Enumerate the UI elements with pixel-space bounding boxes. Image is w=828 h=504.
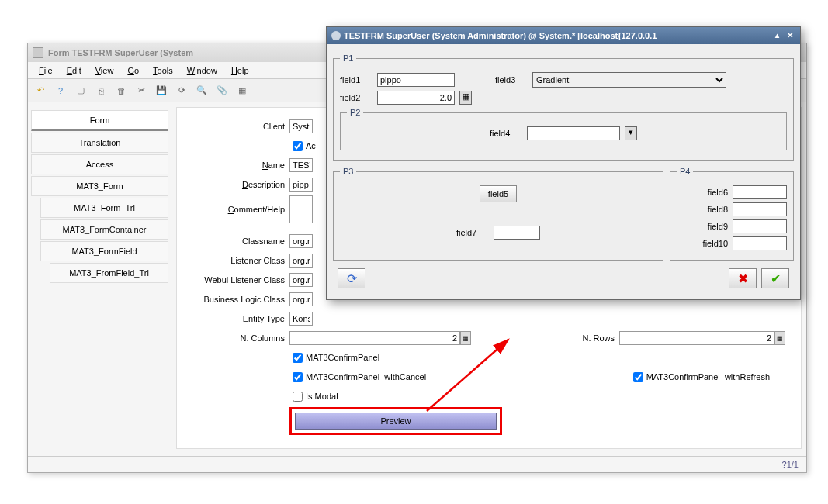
tab-form[interactable]: Form <box>31 110 168 131</box>
dialog-title: TESTFRM SuperUser (System Administrator)… <box>344 31 657 40</box>
tab-mat3-formcontainer[interactable]: MAT3_FormContainer <box>40 219 168 240</box>
biz-field[interactable] <box>289 292 313 306</box>
tab-access[interactable]: Access <box>31 154 168 174</box>
grid-icon[interactable]: ▦ <box>234 83 250 98</box>
tab-mat3-fromfield-trl[interactable]: MAT3_FromField_Trl <box>50 263 168 283</box>
ncols-label: N. Columns <box>185 333 289 343</box>
new-icon[interactable]: ▢ <box>73 83 88 98</box>
close-icon[interactable]: ✕ <box>785 30 795 41</box>
cancel-button[interactable]: ✖ <box>729 268 757 288</box>
field7-label: field7 <box>456 228 489 237</box>
menu-window[interactable]: Window <box>181 64 223 77</box>
record-count: ?1/1 <box>782 460 799 469</box>
fieldset-p4: P4 field6 field8 field9 field10 <box>670 167 794 261</box>
dialog-titlebar[interactable]: TESTFRM SuperUser (System Administrator)… <box>327 27 800 44</box>
field9-input[interactable] <box>733 219 787 233</box>
tab-mat3-form[interactable]: MAT3_Form <box>31 176 168 196</box>
field4-picker-icon[interactable]: ▾ <box>625 126 637 140</box>
cb-cancel[interactable] <box>293 372 303 382</box>
entity-field[interactable] <box>289 312 313 326</box>
cb-confirm[interactable] <box>293 353 303 363</box>
fieldset-p1: P1 field1 field3 Gradient field2 ▦ P2 fi… <box>333 54 794 161</box>
name-field[interactable] <box>289 158 313 172</box>
field6-label: field6 <box>689 188 728 197</box>
field5-button[interactable]: field5 <box>480 185 517 202</box>
name-label: Name <box>185 161 289 170</box>
legend-p2: P2 <box>347 108 363 117</box>
nrows-label: N. Rows <box>582 333 619 343</box>
tab-mat3-formfield[interactable]: MAT3_FormField <box>40 241 168 261</box>
help-icon[interactable]: ? <box>53 83 68 98</box>
field4-label: field4 <box>490 129 522 138</box>
sidebar: Form Translation Access MAT3_Form MAT3_F… <box>28 102 171 454</box>
attach-icon[interactable]: 📎 <box>214 83 230 98</box>
field4-input[interactable] <box>527 126 620 140</box>
ok-button[interactable]: ✔ <box>761 268 789 288</box>
cb-modal[interactable] <box>293 392 303 402</box>
description-field[interactable] <box>289 178 313 192</box>
copy-icon[interactable]: ⎘ <box>93 83 109 98</box>
cb-refresh-label: MAT3ConfirmPanel_withRefresh <box>646 372 770 381</box>
active-checkbox[interactable] <box>293 141 303 151</box>
nrows-spinner[interactable]: ▦ <box>774 331 785 345</box>
field8-label: field8 <box>689 205 728 214</box>
fieldset-p2: P2 field4 ▾ <box>340 108 787 150</box>
field1-label: field1 <box>340 75 372 85</box>
field8-input[interactable] <box>733 202 787 216</box>
field2-input[interactable] <box>377 91 455 105</box>
cb-cancel-label: MAT3ConfirmPanel_withCancel <box>306 372 426 381</box>
listener-field[interactable] <box>289 254 313 268</box>
nrows-field[interactable] <box>619 331 774 345</box>
undo-icon[interactable]: ↶ <box>33 83 48 98</box>
save-icon[interactable]: 💾 <box>154 83 169 98</box>
tab-mat3-form-trl[interactable]: MAT3_Form_Trl <box>40 198 168 218</box>
ncols-spinner[interactable]: ▦ <box>460 331 471 345</box>
rollup-icon[interactable]: ▴ <box>771 30 782 41</box>
app-icon <box>33 47 43 58</box>
entity-label: Entity Type <box>185 314 289 323</box>
statusbar: ?1/1 <box>28 456 806 472</box>
preview-dialog: TESTFRM SuperUser (System Administrator)… <box>326 26 801 300</box>
legend-p4: P4 <box>677 167 693 176</box>
dialog-body: P1 field1 field3 Gradient field2 ▦ P2 fi… <box>327 44 800 299</box>
description-label: Description <box>185 180 289 189</box>
comment-field[interactable] <box>289 195 313 223</box>
search-icon[interactable]: 🔍 <box>194 83 210 98</box>
menu-help[interactable]: Help <box>225 64 255 77</box>
field3-select[interactable]: Gradient <box>532 72 726 88</box>
field1-input[interactable] <box>377 73 455 87</box>
legend-p3: P3 <box>340 167 356 176</box>
refresh-button[interactable]: ⟳ <box>338 268 365 288</box>
field3-label: field3 <box>495 75 528 85</box>
delete-icon[interactable]: 🗑 <box>113 83 129 98</box>
cb-refresh[interactable] <box>633 372 643 382</box>
dialog-icon <box>331 31 341 40</box>
field2-label: field2 <box>340 93 372 102</box>
field9-label: field9 <box>689 222 728 231</box>
field6-input[interactable] <box>733 185 787 199</box>
field7-input[interactable] <box>494 226 540 240</box>
active-label: Ac <box>306 141 316 150</box>
classname-field[interactable] <box>289 234 313 248</box>
menu-tools[interactable]: Tools <box>147 64 179 77</box>
menu-view[interactable]: View <box>89 64 120 77</box>
webui-field[interactable] <box>289 273 313 287</box>
field10-input[interactable] <box>733 236 787 250</box>
preview-button[interactable]: Preview <box>295 413 497 430</box>
tab-translation[interactable]: Translation <box>31 133 168 153</box>
cb-confirm-label: MAT3ConfirmPanel <box>306 353 379 362</box>
menu-edit[interactable]: Edit <box>61 64 88 77</box>
ncols-field[interactable] <box>289 331 460 345</box>
client-field[interactable] <box>289 119 313 133</box>
comment-label: Comment/Help <box>185 205 289 214</box>
field2-calc-icon[interactable]: ▦ <box>459 91 472 105</box>
legend-p1: P1 <box>340 54 356 63</box>
classname-label: Classname <box>185 236 289 246</box>
menu-file[interactable]: File <box>33 64 59 77</box>
dialog-buttons: ⟳ ✖ ✔ <box>333 264 794 293</box>
refresh-icon[interactable]: ⟳ <box>174 83 189 98</box>
menu-go[interactable]: Go <box>121 64 145 77</box>
cb-modal-label: Is Modal <box>306 392 338 401</box>
cut-icon[interactable]: ✂ <box>133 83 149 98</box>
biz-label: Business Logic Class <box>185 295 289 304</box>
